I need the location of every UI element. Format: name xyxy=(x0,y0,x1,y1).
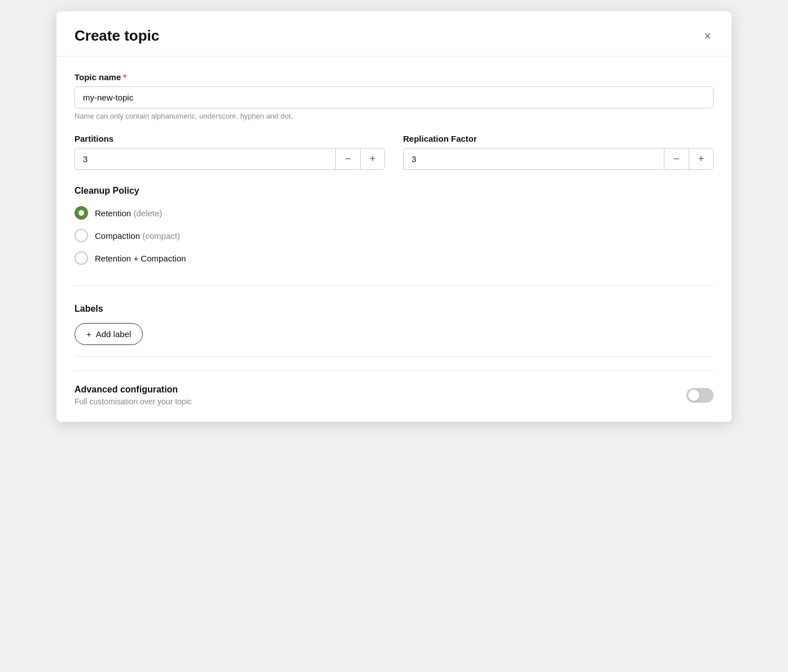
partitions-section: Partitions − + xyxy=(75,134,385,170)
toggle-track xyxy=(686,388,713,403)
replication-factor-input[interactable] xyxy=(403,148,664,170)
advanced-info: Advanced configuration Full customisatio… xyxy=(75,385,192,406)
minus-icon: − xyxy=(673,153,680,165)
add-label-button[interactable]: + Add label xyxy=(75,323,143,345)
required-indicator: * xyxy=(123,72,126,82)
partitions-replication-row: Partitions − + Replication Factor xyxy=(75,134,713,170)
plus-icon: + xyxy=(698,153,704,165)
compaction-radio[interactable] xyxy=(75,229,88,242)
topic-name-input[interactable] xyxy=(75,86,713,108)
advanced-subtitle: Full customisation over your topic xyxy=(75,397,192,406)
labels-divider xyxy=(75,285,713,286)
retention-radio[interactable] xyxy=(75,206,88,220)
plus-icon: + xyxy=(370,153,376,165)
create-topic-dialog: Create topic × Topic name * Name can onl… xyxy=(56,11,732,422)
partitions-decrement-button[interactable]: − xyxy=(335,148,360,170)
advanced-configuration-section: Advanced configuration Full customisatio… xyxy=(75,370,713,406)
advanced-divider xyxy=(75,356,713,357)
minus-icon: − xyxy=(345,153,351,165)
topic-name-section: Topic name * Name can only contain alpha… xyxy=(75,72,713,120)
advanced-title: Advanced configuration xyxy=(75,385,192,395)
partitions-input[interactable] xyxy=(75,148,335,170)
cleanup-policy-radio-group: Retention (delete) Compaction (compact) … xyxy=(75,206,713,265)
labels-title: Labels xyxy=(75,304,713,314)
cleanup-policy-section: Cleanup Policy Retention (delete) Compac… xyxy=(75,186,713,274)
compaction-option[interactable]: Compaction (compact) xyxy=(75,229,713,242)
replication-decrement-button[interactable]: − xyxy=(664,148,689,170)
partitions-stepper: − + xyxy=(75,148,385,170)
compaction-note: (compact) xyxy=(142,231,180,241)
close-button[interactable]: × xyxy=(702,28,713,45)
retention-label: Retention (delete) xyxy=(95,208,162,218)
add-label-icon: + xyxy=(86,329,91,339)
dialog-title: Create topic xyxy=(75,27,159,45)
retention-compaction-label: Retention + Compaction xyxy=(95,254,186,263)
cleanup-policy-title: Cleanup Policy xyxy=(75,186,713,196)
dialog-body: Topic name * Name can only contain alpha… xyxy=(56,56,732,422)
dialog-header: Create topic × xyxy=(56,11,732,56)
retention-note: (delete) xyxy=(133,208,162,218)
retention-option[interactable]: Retention (delete) xyxy=(75,206,713,220)
replication-factor-label: Replication Factor xyxy=(403,134,713,143)
retention-radio-inner xyxy=(78,210,84,216)
compaction-label: Compaction (compact) xyxy=(95,231,180,241)
partitions-label: Partitions xyxy=(75,134,385,143)
replication-increment-button[interactable]: + xyxy=(689,148,713,170)
topic-name-hint: Name can only contain alphanumeric, unde… xyxy=(75,112,713,120)
labels-section: Labels + Add label xyxy=(75,299,713,345)
advanced-toggle[interactable] xyxy=(686,388,713,403)
retention-compaction-radio[interactable] xyxy=(75,251,88,265)
topic-name-label: Topic name * xyxy=(75,72,713,82)
close-icon: × xyxy=(704,30,711,42)
replication-factor-stepper: − + xyxy=(403,148,713,170)
replication-factor-section: Replication Factor − + xyxy=(403,134,713,170)
toggle-thumb xyxy=(688,390,699,401)
retention-compaction-option[interactable]: Retention + Compaction xyxy=(75,251,713,265)
partitions-increment-button[interactable]: + xyxy=(360,148,385,170)
add-label-text: Add label xyxy=(96,329,132,339)
